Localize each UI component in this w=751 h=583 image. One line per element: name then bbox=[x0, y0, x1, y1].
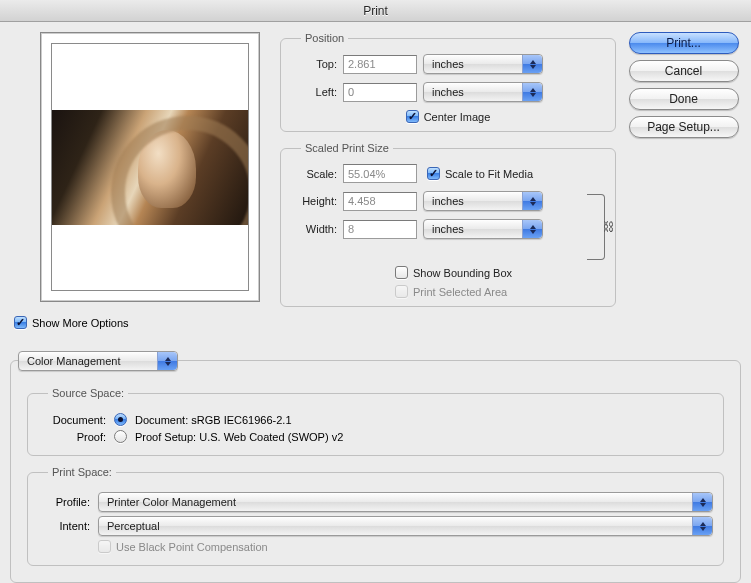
print-button[interactable]: Print... bbox=[629, 32, 739, 54]
page-setup-button[interactable]: Page Setup... bbox=[629, 116, 739, 138]
width-label: Width: bbox=[291, 223, 337, 235]
popup-caret-icon bbox=[157, 352, 177, 370]
position-left-input bbox=[343, 83, 417, 102]
print-selected-area-checkbox bbox=[395, 285, 408, 298]
print-space-group: Print Space: Profile: Printer Color Mana… bbox=[27, 466, 724, 566]
aspect-ratio-link-bracket: ⛓ bbox=[587, 194, 605, 260]
print-preview-frame bbox=[40, 32, 260, 302]
width-units-popup[interactable]: inches bbox=[423, 219, 543, 239]
profile-value: Printer Color Management bbox=[107, 496, 236, 508]
show-bounding-box-label: Show Bounding Box bbox=[413, 267, 512, 279]
scale-to-fit-media-label: Scale to Fit Media bbox=[445, 168, 533, 180]
black-point-compensation-label: Use Black Point Compensation bbox=[116, 541, 268, 553]
print-selected-area-label: Print Selected Area bbox=[413, 286, 507, 298]
position-left-label: Left: bbox=[291, 86, 337, 98]
aspect-ratio-link-icon[interactable]: ⛓ bbox=[603, 220, 615, 234]
black-point-compensation-checkbox bbox=[98, 540, 111, 553]
popup-caret-icon bbox=[522, 192, 542, 210]
popup-caret-icon bbox=[692, 517, 712, 535]
height-label: Height: bbox=[291, 195, 337, 207]
options-panel-selector-popup[interactable]: Color Management bbox=[18, 351, 178, 371]
intent-value: Perceptual bbox=[107, 520, 160, 532]
color-management-panel: Source Space: Document: Document: sRGB I… bbox=[10, 360, 741, 583]
window-titlebar: Print bbox=[0, 0, 751, 22]
position-left-units-popup[interactable]: inches bbox=[423, 82, 543, 102]
scale-label: Scale: bbox=[291, 168, 337, 180]
scale-input bbox=[343, 164, 417, 183]
scaled-legend: Scaled Print Size bbox=[301, 142, 393, 154]
width-input bbox=[343, 220, 417, 239]
proof-label: Proof: bbox=[38, 431, 106, 443]
cancel-button[interactable]: Cancel bbox=[629, 60, 739, 82]
scaled-print-size-group: Scaled Print Size Scale: Scale to Fit Me… bbox=[280, 142, 616, 307]
show-more-options-label: Show More Options bbox=[32, 317, 129, 329]
show-more-options-checkbox[interactable] bbox=[14, 316, 27, 329]
position-top-units-popup[interactable]: inches bbox=[423, 54, 543, 74]
document-label: Document: bbox=[38, 414, 106, 426]
intent-popup[interactable]: Perceptual bbox=[98, 516, 713, 536]
scale-to-fit-media-checkbox[interactable] bbox=[427, 167, 440, 180]
print-preview-image bbox=[52, 110, 248, 225]
height-units-value: inches bbox=[432, 195, 464, 207]
center-image-label: Center Image bbox=[424, 111, 491, 123]
popup-caret-icon bbox=[692, 493, 712, 511]
height-input bbox=[343, 192, 417, 211]
print-preview-page bbox=[51, 43, 249, 291]
popup-caret-icon bbox=[522, 83, 542, 101]
show-bounding-box-checkbox[interactable] bbox=[395, 266, 408, 279]
proof-setup-value: Proof Setup: U.S. Web Coated (SWOP) v2 bbox=[135, 431, 343, 443]
profile-label: Profile: bbox=[38, 496, 90, 508]
source-space-document-radio[interactable] bbox=[114, 413, 127, 426]
position-group: Position Top: inches Left: inches bbox=[280, 32, 616, 132]
source-space-legend: Source Space: bbox=[48, 387, 128, 399]
position-left-units-value: inches bbox=[432, 86, 464, 98]
intent-label: Intent: bbox=[38, 520, 90, 532]
print-space-legend: Print Space: bbox=[48, 466, 116, 478]
document-profile-value: Document: sRGB IEC61966-2.1 bbox=[135, 414, 292, 426]
position-top-label: Top: bbox=[291, 58, 337, 70]
height-units-popup[interactable]: inches bbox=[423, 191, 543, 211]
source-space-proof-radio[interactable] bbox=[114, 430, 127, 443]
popup-caret-icon bbox=[522, 55, 542, 73]
center-image-checkbox[interactable] bbox=[406, 110, 419, 123]
done-button[interactable]: Done bbox=[629, 88, 739, 110]
popup-caret-icon bbox=[522, 220, 542, 238]
source-space-group: Source Space: Document: Document: sRGB I… bbox=[27, 387, 724, 456]
position-top-units-value: inches bbox=[432, 58, 464, 70]
position-top-input bbox=[343, 55, 417, 74]
profile-popup[interactable]: Printer Color Management bbox=[98, 492, 713, 512]
options-panel-selector-value: Color Management bbox=[27, 355, 121, 367]
width-units-value: inches bbox=[432, 223, 464, 235]
position-legend: Position bbox=[301, 32, 348, 44]
